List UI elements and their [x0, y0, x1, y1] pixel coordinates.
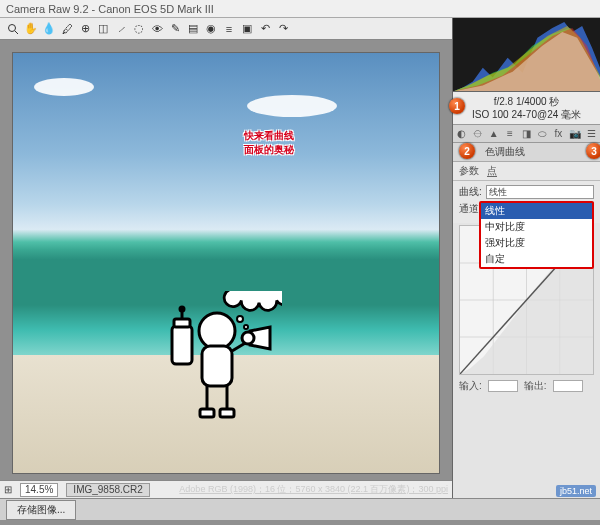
astronaut-illustration: [162, 291, 282, 431]
curve-controls: 曲线: 线性 通道: 线性 中对比度 强对比度 自定: [453, 181, 600, 223]
adjust-brush-icon[interactable]: ✎: [168, 22, 182, 36]
image-metadata[interactable]: Adobe RGB (1998)；16 位；5760 x 3840 (22.1 …: [179, 483, 448, 496]
panel-title: 色调曲线: [485, 146, 525, 157]
canvas-statusbar: ⊞ 14.5% IMG_9858.CR2 Adobe RGB (1998)；16…: [0, 480, 452, 498]
overlay-line2: 面板的奥秘: [132, 143, 405, 157]
callout-marker-1: 1: [449, 98, 465, 114]
curve-io-row: 输入: 输出:: [453, 377, 600, 395]
save-image-button[interactable]: 存储图像...: [6, 500, 76, 520]
eyedropper-color-icon[interactable]: 🖊: [60, 22, 74, 36]
svg-point-14: [244, 325, 248, 329]
canvas-container: 快来看曲线 面板的奥秘: [0, 40, 452, 480]
zoom-grid-icon[interactable]: ⊞: [4, 484, 12, 495]
workspace: ✋ 💧 🖊 ⊕ ◫ ⟋ ◌ 👁 ✎ ▤ ◉ ≡ ▣ ↶ ↷ 快: [0, 18, 600, 498]
overlay-text: 快来看曲线 面板的奥秘: [132, 129, 405, 157]
svg-rect-7: [202, 346, 232, 386]
adjust-panel-tabs: ◐ ⦵ ▲ ≡ ◨ ⬭ fx 📷 ☰: [453, 125, 600, 143]
right-panel: 1 f/2.8 1/4000 秒 ISO 100 24-70@24 毫米 ◐ ⦵…: [452, 18, 600, 498]
redeye-icon[interactable]: 👁: [150, 22, 164, 36]
dropdown-option[interactable]: 线性: [481, 203, 592, 219]
straighten-icon[interactable]: ⟋: [114, 22, 128, 36]
dropdown-option[interactable]: 强对比度: [481, 235, 592, 251]
output-label: 输出:: [524, 379, 547, 393]
split-tab-icon[interactable]: ◨: [521, 128, 532, 140]
rotate-cw-icon[interactable]: ↷: [276, 22, 290, 36]
exif-line1: f/2.8 1/4000 秒: [457, 95, 596, 108]
overlay-line1: 快来看曲线: [132, 129, 405, 143]
tab-point[interactable]: 点: [487, 165, 497, 177]
svg-point-0: [9, 24, 16, 31]
output-value[interactable]: [553, 380, 583, 392]
curve-tab-icon[interactable]: ⦵: [472, 128, 483, 140]
curve-preset-dropdown[interactable]: 线性 中对比度 强对比度 自定: [479, 201, 594, 269]
hsl-tab-icon[interactable]: ≡: [504, 128, 515, 140]
curve-select[interactable]: 线性: [486, 185, 594, 199]
svg-point-12: [242, 332, 254, 344]
radial-icon[interactable]: ◉: [204, 22, 218, 36]
dropdown-option[interactable]: 自定: [481, 251, 592, 267]
svg-point-6: [199, 313, 235, 349]
preset-icon[interactable]: ≡: [222, 22, 236, 36]
filename-display: IMG_9858.CR2: [66, 483, 149, 497]
svg-point-13: [237, 316, 243, 322]
curve-label: 曲线:: [459, 185, 482, 199]
callout-marker-2: 2: [459, 143, 475, 159]
left-pane: ✋ 💧 🖊 ⊕ ◫ ⟋ ◌ 👁 ✎ ▤ ◉ ≡ ▣ ↶ ↷ 快: [0, 18, 452, 498]
svg-rect-11: [220, 409, 234, 417]
detail-tab-icon[interactable]: ▲: [488, 128, 499, 140]
watermark: jb51.net: [556, 485, 596, 497]
target-icon[interactable]: ⊕: [78, 22, 92, 36]
zoom-icon[interactable]: [6, 22, 20, 36]
app-footer: 存储图像...: [0, 498, 600, 520]
camera-tab-icon[interactable]: 📷: [569, 128, 581, 140]
eyedropper-white-icon[interactable]: 💧: [42, 22, 56, 36]
callout-marker-3: 3: [586, 143, 600, 159]
cloud-deco: [247, 95, 337, 117]
curve-subtabs: 参数 点: [453, 162, 600, 181]
input-value[interactable]: [488, 380, 518, 392]
exif-panel: 1 f/2.8 1/4000 秒 ISO 100 24-70@24 毫米: [453, 92, 600, 125]
svg-rect-2: [172, 326, 192, 364]
lens-tab-icon[interactable]: ⬭: [537, 128, 548, 140]
svg-line-1: [15, 31, 18, 34]
panel-header: 2 色调曲线 3: [453, 143, 600, 162]
preset-tab-icon[interactable]: ☰: [586, 128, 597, 140]
gradient-icon[interactable]: ▤: [186, 22, 200, 36]
dropdown-option[interactable]: 中对比度: [481, 219, 592, 235]
basic-tab-icon[interactable]: ◐: [456, 128, 467, 140]
hand-icon[interactable]: ✋: [24, 22, 38, 36]
fx-tab-icon[interactable]: fx: [553, 128, 564, 140]
image-canvas[interactable]: 快来看曲线 面板的奥秘: [12, 52, 440, 474]
spot-icon[interactable]: ◌: [132, 22, 146, 36]
snapshot-icon[interactable]: ▣: [240, 22, 254, 36]
exif-line2: ISO 100 24-70@24 毫米: [457, 108, 596, 121]
input-label: 输入:: [459, 379, 482, 393]
histogram[interactable]: [453, 18, 600, 92]
svg-point-5: [180, 307, 184, 311]
rotate-ccw-icon[interactable]: ↶: [258, 22, 272, 36]
svg-rect-10: [200, 409, 214, 417]
window-titlebar: Camera Raw 9.2 - Canon EOS 5D Mark III: [0, 0, 600, 18]
crop-icon[interactable]: ◫: [96, 22, 110, 36]
main-toolbar: ✋ 💧 🖊 ⊕ ◫ ⟋ ◌ 👁 ✎ ▤ ◉ ≡ ▣ ↶ ↷: [0, 18, 452, 40]
tab-parametric[interactable]: 参数: [459, 165, 479, 176]
zoom-level[interactable]: 14.5%: [20, 483, 58, 497]
svg-rect-3: [174, 319, 190, 327]
